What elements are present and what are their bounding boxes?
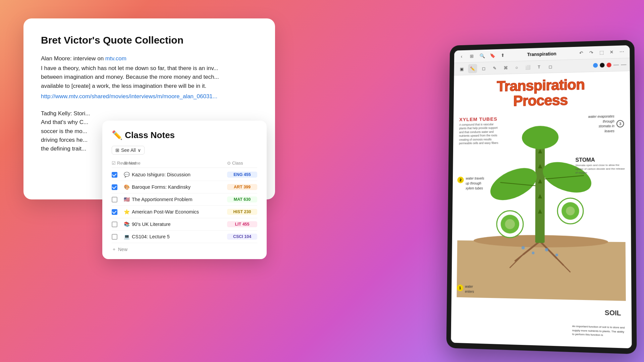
lasso-tool[interactable]: ⌘ <box>501 63 510 72</box>
table-row[interactable]: 🎨 Baroque Forms: Kandinsky ART 399 <box>112 181 257 193</box>
row-2-emoji: 🎨 <box>124 184 130 190</box>
svg-point-18 <box>522 126 558 149</box>
row-5-checkbox[interactable] <box>112 222 117 227</box>
row-5-name: 📚 90's UK Literature <box>124 222 227 227</box>
see-all-button[interactable]: ⊞ See All ∨ <box>112 146 145 155</box>
water-evap-section: water evaporatesthroughstomata inleaves … <box>588 114 624 134</box>
soil-label: SOIL <box>605 309 621 317</box>
row-6-emoji: 💻 <box>124 234 130 240</box>
row-2-name: 🎨 Baroque Forms: Kandinsky <box>124 184 227 190</box>
row-5-badge: LIT 455 <box>227 221 257 227</box>
row-6-badge: CSCI 104 <box>227 234 257 240</box>
row-1-emoji: 💬 <box>124 172 130 178</box>
new-label: New <box>118 247 127 252</box>
water-travels-section: 2 water travelsup throughxylem tubes <box>457 176 484 191</box>
col-class-header: ⊙ Class <box>227 161 257 166</box>
svg-rect-8 <box>535 144 545 243</box>
tablet-body: ‹ ⊞ 🔍 🔖 ⬆ Transpiration ↶ ↷ ⬚ ✕ ⋯ ▣ <box>446 40 637 354</box>
new-button[interactable]: ＋ New <box>112 246 257 252</box>
row-4-checkbox[interactable] <box>112 209 117 215</box>
pen-tool[interactable]: ✏️ <box>468 64 477 73</box>
table-row[interactable]: 💬 Kazuo Ishiguro: Discussion ENG 455 <box>112 169 257 181</box>
shapes-tool[interactable]: ◻ <box>546 62 555 71</box>
eraser-tool[interactable]: ◻ <box>479 64 488 73</box>
tablet-device: ‹ ⊞ 🔍 🔖 ⬆ Transpiration ↶ ↷ ⬚ ✕ ⋯ ▣ <box>446 40 634 349</box>
row-3-name: 🇺🇸 The Apportionment Problem <box>124 197 227 202</box>
row-3-emoji: 🇺🇸 <box>124 197 130 202</box>
photo-tool[interactable]: ⬜ <box>523 62 533 72</box>
back-button[interactable]: ‹ <box>458 52 466 61</box>
redo-button[interactable]: ↷ <box>587 48 596 57</box>
tablet-screen: ‹ ⊞ 🔍 🔖 ⬆ Transpiration ↶ ↷ ⬚ ✕ ⋯ ▣ <box>451 45 632 348</box>
row-3-badge: MAT 630 <box>227 196 257 202</box>
toolbar-nav-group: ‹ ⊞ 🔍 🔖 ⬆ <box>458 51 507 61</box>
table-row[interactable]: 🇺🇸 The Apportionment Problem MAT 630 <box>112 193 257 206</box>
tablet-note-content: Transpiration Process <box>451 71 632 348</box>
row-2-badge: ART 399 <box>227 184 257 190</box>
checkbox-icon: ☑ <box>112 161 116 166</box>
search-button[interactable]: 🔍 <box>478 52 486 60</box>
stoma-section: STOMA Stomata open and close to allow th… <box>575 157 625 175</box>
circle-tool[interactable]: ○ <box>512 63 521 72</box>
pencil-tool[interactable]: ✎ <box>490 63 499 73</box>
quote-card-title: Bret Victor's Quote Collection <box>41 35 258 46</box>
row-6-checkbox[interactable] <box>112 234 117 240</box>
see-all-label: See All <box>121 147 136 153</box>
row-2-checkbox[interactable] <box>112 184 117 190</box>
note-title-line2: Process <box>460 91 623 110</box>
soil-desc: An important function of soil is to stor… <box>572 324 626 338</box>
sidebar-toggle[interactable]: ▣ <box>457 64 466 74</box>
col-name-header: ⊞ Name <box>124 161 227 166</box>
line-width-thin[interactable]: — <box>621 62 626 68</box>
row-6-name: 💻 CS104: Lecture 5 <box>124 234 227 240</box>
export-button[interactable]: ⬚ <box>597 48 606 57</box>
row-3-checkbox[interactable] <box>112 197 117 202</box>
plus-icon: ＋ <box>112 246 116 252</box>
row-1-name: 💬 Kazuo Ishiguro: Discussion <box>124 172 227 178</box>
toolbar-actions-group: ↶ ↷ ⬚ ✕ ⋯ <box>577 47 626 57</box>
svg-point-14 <box>486 162 542 207</box>
row-1-checkbox[interactable] <box>112 172 117 178</box>
table-icon: ⊞ <box>115 147 119 153</box>
quote-author-1: Alan Moore: interview on mtv.com <box>41 55 258 62</box>
class-icon: ⊙ <box>227 161 231 166</box>
color-black[interactable] <box>600 63 604 67</box>
table-row[interactable]: 📚 90's UK Literature LIT 455 <box>112 218 257 231</box>
chevron-down-icon: ∨ <box>138 147 141 153</box>
undo-button[interactable]: ↶ <box>577 49 586 57</box>
line-width-dash[interactable]: — <box>613 62 619 68</box>
xylem-label: XYLEM TUBES A compound that is vascularp… <box>459 116 509 146</box>
svg-rect-0 <box>457 240 626 301</box>
row-4-name: ⭐ American Post-War Economics <box>124 209 227 215</box>
text-tool[interactable]: T <box>534 62 544 71</box>
row-4-emoji: ⭐ <box>124 209 130 215</box>
row-1-badge: ENG 455 <box>227 172 257 178</box>
toolbar-title: Transpiration <box>509 51 574 58</box>
color-blue[interactable] <box>593 63 598 68</box>
color-red[interactable] <box>607 63 611 67</box>
svg-point-24 <box>566 206 575 215</box>
quote-url-1[interactable]: http://www.mtv.com/shared/movies/intervi… <box>41 93 258 100</box>
row-5-emoji: 📚 <box>124 222 130 227</box>
class-notes-title: ✏️ Class Notes <box>112 130 257 140</box>
water-enters-section: 1 waterenters <box>457 284 474 294</box>
table-row[interactable]: 💻 CS104: Lecture 5 CSCI 104 <box>112 231 257 243</box>
share-button[interactable]: ⬆ <box>498 51 507 60</box>
text-icon: ⊞ <box>124 161 127 166</box>
svg-point-21 <box>505 219 515 229</box>
table-row[interactable]: ⭐ American Post-War Economics HIST 230 <box>112 206 257 218</box>
class-notes-card: ✏️ Class Notes ⊞ See All ∨ ☑ Reviewed ⊞ … <box>102 121 267 259</box>
quote-body-1: I have a theory, which has not let me do… <box>41 64 258 90</box>
grid-button[interactable]: ⊞ <box>468 52 476 61</box>
close-button[interactable]: ✕ <box>607 48 616 56</box>
table-header: ☑ Reviewed ⊞ Name ⊙ Class <box>112 159 257 168</box>
bookmark-button[interactable]: 🔖 <box>488 51 496 60</box>
mtv-link[interactable]: mtv.com <box>105 55 126 62</box>
col-reviewed-header: ☑ Reviewed <box>112 161 124 166</box>
row-4-badge: HIST 230 <box>227 209 257 215</box>
more-button[interactable]: ⋯ <box>618 47 627 56</box>
